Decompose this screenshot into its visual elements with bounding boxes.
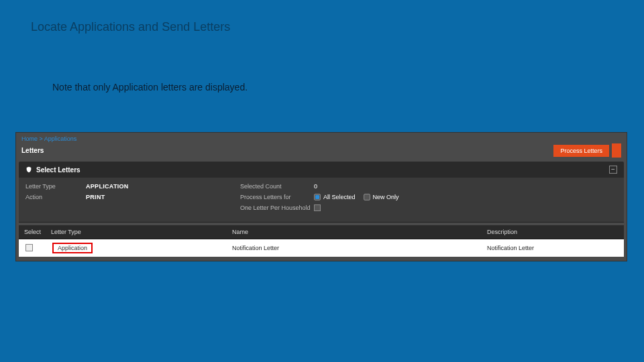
selected-count-value: 0: [314, 183, 317, 190]
col-description: Description: [487, 229, 619, 235]
process-for-all-label: All Selected: [323, 194, 356, 200]
one-per-household-label: One Letter Per Household: [240, 204, 314, 211]
process-letters-button[interactable]: Process Letters: [553, 145, 609, 157]
action-label: Action: [25, 194, 86, 200]
section-title: Select Letters: [36, 166, 80, 174]
shield-icon: [25, 166, 32, 174]
breadcrumb[interactable]: Home > Applications: [16, 133, 627, 142]
page-title: Letters: [21, 147, 44, 154]
col-name: Name: [232, 229, 487, 235]
process-for-new-radio[interactable]: [364, 194, 370, 200]
process-for-new-label: New Only: [373, 194, 399, 200]
filter-panel: Letter Type APPLICATION Selected Count 0…: [19, 178, 624, 223]
table-row[interactable]: Application Notification Letter Notifica…: [19, 239, 624, 257]
selected-count-label: Selected Count: [240, 183, 314, 190]
row-description: Notification Letter: [487, 245, 619, 251]
col-select: Select: [24, 229, 51, 235]
table-header-row: Select Letter Type Name Description: [19, 225, 624, 239]
action-value: PRINT: [86, 194, 240, 200]
one-per-household-checkbox[interactable]: [314, 204, 321, 211]
letter-type-badge: Application: [52, 243, 93, 253]
collapse-icon[interactable]: −: [609, 166, 617, 174]
select-letters-section-header: Select Letters −: [19, 162, 624, 178]
col-letter-type: Letter Type: [51, 229, 232, 235]
process-letters-dropdown[interactable]: [612, 143, 621, 158]
slide-note: Note that only Application letters are d…: [52, 82, 248, 93]
page-header: Letters Process Letters: [16, 142, 627, 162]
letters-table: Select Letter Type Name Description Appl…: [19, 225, 624, 257]
process-for-all-radio[interactable]: [314, 194, 321, 200]
slide-title: Locate Applications and Send Letters: [31, 20, 230, 34]
letter-type-label: Letter Type: [25, 183, 86, 190]
row-select-checkbox[interactable]: [25, 244, 33, 251]
process-letters-group: Process Letters: [553, 143, 621, 158]
row-name: Notification Letter: [232, 245, 487, 251]
letters-app-panel: Home > Applications Letters Process Lett…: [15, 132, 627, 261]
letter-type-value: APPLICATION: [86, 183, 240, 190]
process-for-label: Process Letters for: [240, 194, 314, 200]
